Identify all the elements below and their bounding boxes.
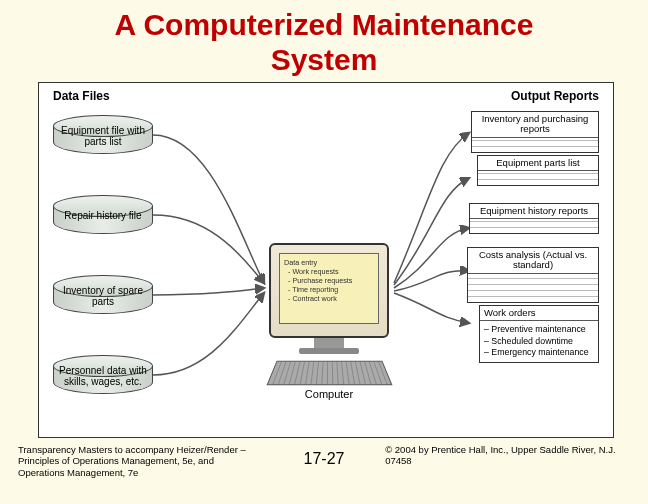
report-history: Equipment history reports bbox=[469, 203, 599, 234]
computer-label: Computer bbox=[264, 388, 394, 400]
computer-monitor: Data entry Work requests Purchase reques… bbox=[269, 243, 389, 338]
db-inventory-spares: Inventory of spare parts bbox=[53, 275, 153, 314]
slide-footer: Transparency Masters to accompany Heizer… bbox=[18, 444, 630, 498]
diagram-area: Data Files Output Reports Equipment file… bbox=[38, 82, 614, 438]
computer-keyboard bbox=[266, 361, 392, 385]
db-equipment-file: Equipment file with parts list bbox=[53, 115, 153, 154]
report-costs: Costs analysis (Actual vs. standard) bbox=[467, 247, 599, 303]
slide-title: A Computerized Maintenance System bbox=[0, 0, 648, 77]
computer-screen: Data entry Work requests Purchase reques… bbox=[279, 253, 379, 324]
output-reports-heading: Output Reports bbox=[511, 89, 599, 103]
db-repair-history: Repair history file bbox=[53, 195, 153, 234]
report-parts-list: Equipment parts list bbox=[477, 155, 599, 186]
footer-slide-number: 17-27 bbox=[263, 444, 385, 498]
data-files-heading: Data Files bbox=[53, 89, 110, 103]
db-personnel: Personnel data with skills, wages, etc. bbox=[53, 355, 153, 394]
report-work-orders: Work orders – Preventive maintenance – S… bbox=[479, 305, 599, 363]
report-inventory: Inventory and purchasing reports bbox=[471, 111, 599, 153]
footer-left: Transparency Masters to accompany Heizer… bbox=[18, 444, 263, 498]
footer-copyright: © 2004 by Prentice Hall, Inc., Upper Sad… bbox=[385, 444, 630, 498]
computer: Data entry Work requests Purchase reques… bbox=[264, 243, 394, 400]
